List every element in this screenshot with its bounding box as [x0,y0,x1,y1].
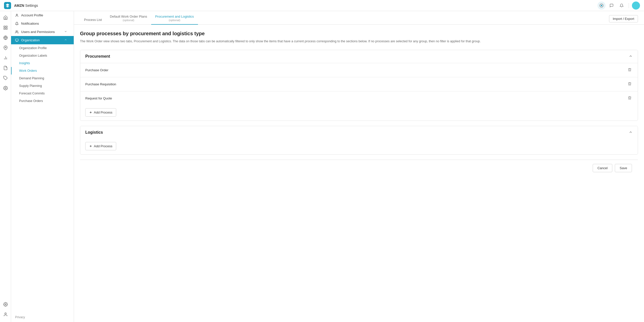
logistics-title: Logistics [85,130,103,135]
help-icon[interactable] [597,2,606,10]
nav-home[interactable] [1,13,10,22]
tab-default-work-order-plans[interactable]: Default Work Order Plans (optional) [106,11,151,25]
bell-icon[interactable] [618,2,626,10]
svg-point-15 [5,313,6,314]
nav-doc[interactable] [1,63,10,73]
delete-purchase-order-button[interactable] [627,67,633,74]
nav-gear[interactable] [1,300,10,309]
tab-procurement-logistics[interactable]: Procurement and Logistics (optional) [151,11,198,25]
svg-rect-4 [4,28,5,29]
nav-pin[interactable] [1,43,10,52]
tab-actions: Import / Export [609,13,638,24]
tab-process-list[interactable]: Process List [80,14,106,25]
svg-point-14 [5,304,6,305]
process-row-request-for-quote: Request for Quote [80,91,638,105]
logistics-toggle[interactable] [629,130,633,135]
procurement-toggle[interactable] [629,54,633,59]
sidebar-label-account-profile: Account Profile [21,13,43,17]
content-area: Process List Default Work Order Plans (o… [74,11,644,322]
sidebar-sub-forecast-commits[interactable]: Forecast Commits [11,90,74,97]
sidebar-sub-org-profile[interactable]: Organization Profile [11,44,74,52]
process-row-purchase-order: Purchase Order [80,63,638,77]
sidebar-item-organization[interactable]: Organization [11,36,74,44]
nav-grid[interactable] [1,23,10,32]
procurement-section: Procurement Purchase Order Purchase Requ… [80,50,638,121]
topbar-divider [629,3,629,8]
nav-bar-chart[interactable] [1,53,10,62]
svg-rect-2 [4,26,5,27]
sidebar-label-users-permissions: Users and Permissions [21,30,55,34]
sidebar: Account Profile Notifications Users and … [11,11,74,322]
chat-icon[interactable] [608,2,616,10]
sidebar-item-users-permissions[interactable]: Users and Permissions [11,28,74,36]
svg-point-13 [5,88,6,89]
app-logo [4,2,11,9]
avatar[interactable] [632,2,640,10]
icon-nav [0,11,11,322]
cancel-button[interactable]: Cancel [593,164,612,172]
topbar-actions [597,2,640,10]
svg-point-8 [5,47,6,48]
nav-tag[interactable] [1,74,10,83]
svg-rect-5 [6,28,7,29]
logistics-header: Logistics [80,126,638,139]
sidebar-sub-org-labels[interactable]: Organization Labels [11,52,74,59]
process-name-purchase-requisition: Purchase Requisition [85,82,116,86]
page-title: Group processes by procurement and logis… [80,31,638,37]
process-name-purchase-order: Purchase Order [85,68,108,72]
procurement-header: Procurement [80,50,638,63]
sidebar-item-notifications[interactable]: Notifications [11,19,74,28]
save-button[interactable]: Save [615,164,632,172]
page-description: The Work Order view shows two tabs, Proc… [80,39,638,44]
users-permissions-chevron [64,30,70,34]
logistics-section: Logistics Add Process [80,126,638,155]
page-body: Group processes by procurement and logis… [74,25,644,182]
nav-settings[interactable] [1,84,10,93]
add-process-procurement-button[interactable]: Add Process [85,108,116,117]
delete-request-for-quote-button[interactable] [627,95,633,102]
topbar: AMZN Settings [0,0,644,11]
svg-point-1 [601,5,602,6]
footer-actions: Cancel Save [80,160,638,176]
nav-user-circle[interactable] [1,310,10,319]
sidebar-label-organization: Organization [21,38,40,42]
sidebar-sub-demand-planning[interactable]: Demand Planning [11,75,74,82]
add-process-logistics-button[interactable]: Add Process [85,142,116,150]
svg-rect-3 [6,26,7,27]
sidebar-sub-purchase-orders[interactable]: Purchase Orders [11,97,74,105]
sidebar-sub-insights[interactable]: Insights [11,59,74,67]
import-export-button[interactable]: Import / Export [609,15,638,22]
svg-point-16 [16,14,18,15]
sidebar-item-account-profile[interactable]: Account Profile [11,11,74,19]
process-row-purchase-requisition: Purchase Requisition [80,77,638,91]
organization-chevron [64,38,70,42]
svg-point-17 [16,30,17,32]
topbar-title: AMZN Settings [14,4,38,8]
main-content: Process List Default Work Order Plans (o… [74,11,644,322]
svg-rect-18 [15,39,18,41]
sidebar-sub-supply-planning[interactable]: Supply Planning [11,82,74,90]
icon-nav-bottom [1,300,10,322]
procurement-title: Procurement [85,54,110,59]
nav-globe[interactable] [1,33,10,42]
delete-purchase-requisition-button[interactable] [627,81,633,88]
privacy-link[interactable]: Privacy [15,315,25,319]
tabs-bar: Process List Default Work Order Plans (o… [74,11,644,25]
process-name-request-for-quote: Request for Quote [85,96,112,100]
sidebar-sub-work-orders[interactable]: Work Orders [11,67,74,75]
sidebar-label-notifications: Notifications [21,22,39,25]
